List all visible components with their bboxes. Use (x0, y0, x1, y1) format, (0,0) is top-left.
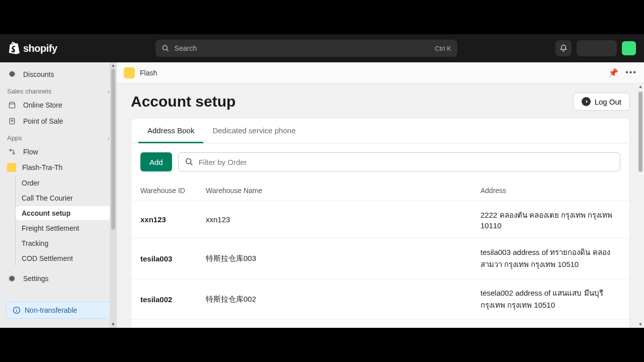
scroll-down-icon: ▼ (111, 322, 116, 327)
pos-icon (7, 116, 17, 126)
sidebar-item-flash-app[interactable]: Flash-Tra-Th (0, 160, 117, 175)
topbar: shopify Search Ctrl K (0, 34, 644, 62)
scrollbar-thumb[interactable] (111, 69, 115, 230)
filter-input[interactable] (199, 158, 614, 166)
svg-rect-1 (9, 104, 15, 108)
svg-point-4 (13, 153, 15, 154)
non-transferable-badge: Non-transferable (6, 302, 111, 319)
gear-icon (7, 274, 17, 284)
search-kbd: Ctrl K (435, 45, 451, 52)
pin-icon[interactable]: 📌 (608, 68, 618, 77)
app-name: Flash (140, 69, 157, 77)
sidebar-label: Point of Sale (23, 117, 63, 125)
table-row[interactable]: tesila003 特斯拉仓库003 tesila003 address of … (131, 238, 629, 279)
add-button[interactable]: Add (140, 152, 172, 171)
sidebar-sub-cod[interactable]: COD Settlement (16, 251, 113, 265)
sidebar-label: Flash-Tra-Th (22, 163, 62, 171)
sidebar-item-pos[interactable]: Point of Sale (0, 113, 117, 129)
sidebar: Discounts Sales channels › Online Store … (0, 62, 117, 328)
store-selector[interactable] (577, 40, 617, 56)
scroll-up-icon: ▲ (638, 84, 643, 89)
notifications-button[interactable] (555, 40, 572, 56)
tab-address-book[interactable]: Address Book (138, 118, 203, 143)
svg-point-6 (186, 159, 191, 164)
table-row[interactable]: tesila001 特斯拉仓库001 tesila1 address of คล… (131, 320, 629, 328)
content-card: Address Book Dedicated service phone Add (131, 118, 630, 328)
bell-icon (559, 44, 568, 52)
scrollbar-thumb[interactable] (638, 92, 642, 172)
search-placeholder: Search (175, 44, 430, 52)
page-title: Account setup (131, 93, 235, 110)
sidebar-item-flow[interactable]: Flow (0, 144, 117, 160)
scroll-up-icon: ▲ (111, 63, 116, 68)
sidebar-scrollbar[interactable]: ▲ ▼ (110, 62, 117, 328)
brand-text: shopify (23, 43, 57, 54)
app-header: Flash 📌 ••• (117, 62, 644, 83)
brand-logo[interactable]: shopify (8, 42, 57, 55)
th-addr: Address (471, 180, 629, 201)
sidebar-sub-freight[interactable]: Freight Settlement (16, 221, 113, 235)
warehouse-table: Warehouse ID Warehouse Name Address xxn1… (131, 180, 629, 328)
sidebar-sub-account-setup[interactable]: Account setup (16, 206, 113, 220)
flow-icon (7, 147, 17, 157)
tab-dedicated-phone[interactable]: Dedicated service phone (203, 118, 304, 143)
main-panel: Flash 📌 ••• Account setup Log Out (117, 62, 644, 328)
more-icon[interactable]: ••• (625, 68, 637, 77)
logout-button[interactable]: Log Out (573, 93, 630, 111)
flash-icon (7, 163, 16, 172)
th-wname: Warehouse Name (197, 180, 471, 201)
logout-icon (582, 97, 591, 106)
table-row[interactable]: xxn123 xxn123 2222 คลองตัน คลองเตย กรุงเ… (131, 201, 629, 238)
th-wid: Warehouse ID (131, 180, 197, 201)
sidebar-item-discounts[interactable]: Discounts (0, 66, 117, 82)
filter-input-wrap[interactable] (178, 152, 620, 171)
sidebar-section-sales-channels[interactable]: Sales channels › (0, 82, 117, 97)
sidebar-sub-order[interactable]: Order (16, 176, 113, 190)
svg-point-0 (163, 45, 167, 50)
discount-icon (7, 69, 17, 79)
info-icon (13, 306, 21, 314)
svg-point-3 (10, 149, 11, 151)
scroll-down-icon: ▼ (638, 322, 643, 327)
sidebar-item-online-store[interactable]: Online Store (0, 97, 117, 113)
sidebar-label: Online Store (23, 101, 62, 109)
app-badge-icon (124, 67, 135, 78)
sidebar-sub-call-courier[interactable]: Call The Courier (16, 191, 113, 205)
sidebar-section-apps[interactable]: Apps › (0, 129, 117, 144)
store-icon (7, 100, 17, 110)
sidebar-label: Settings (23, 275, 49, 283)
sidebar-label: Flow (23, 148, 38, 156)
main-scrollbar[interactable]: ▲ ▼ (637, 83, 644, 328)
sidebar-sub-tracking[interactable]: Tracking (16, 236, 113, 250)
global-search[interactable]: Search Ctrl K (155, 40, 457, 57)
sidebar-item-settings[interactable]: Settings (0, 270, 117, 287)
table-row[interactable]: tesila002 特斯拉仓库002 tesela002 address of … (131, 279, 629, 320)
search-icon (162, 44, 170, 52)
sidebar-label: Discounts (23, 70, 54, 78)
tabs: Address Book Dedicated service phone (131, 118, 629, 143)
search-icon (185, 157, 194, 166)
avatar[interactable] (622, 41, 636, 55)
